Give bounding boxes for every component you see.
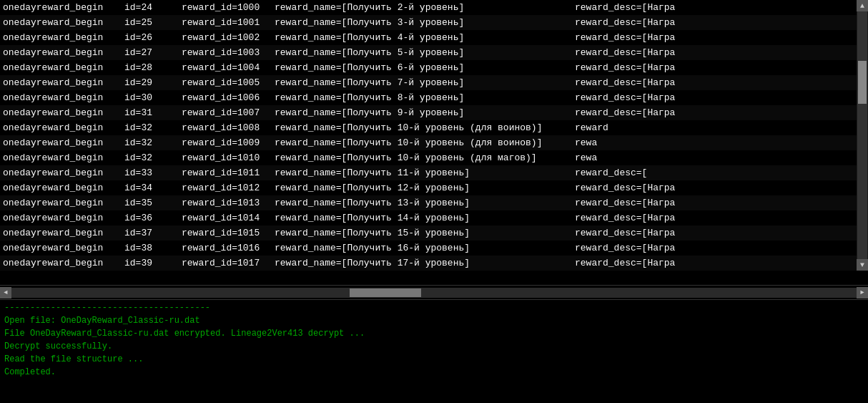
col-name: onedayreward_begin [3,198,124,208]
col-id: id=37 [124,228,182,238]
col-reward-id: reward_id=1017 [182,258,275,268]
col-reward-id: reward_id=1000 [182,2,275,13]
table-row: onedayreward_beginid=27reward_id=1003rew… [0,45,857,60]
col-reward-id: reward_id=1009 [182,137,275,148]
col-reward-desc: rewa [575,152,854,163]
table-row: onedayreward_beginid=28reward_id=1004rew… [0,60,857,75]
col-reward-name: reward_name=[Получить 10-й уровень (для … [275,122,575,133]
col-reward-id: reward_id=1010 [182,152,275,163]
col-reward-desc: reward_desc=[Награ [575,243,854,253]
col-name: onedayreward_begin [3,107,124,118]
col-reward-id: reward_id=1015 [182,228,275,238]
table-row: onedayreward_beginid=37reward_id=1015rew… [0,225,857,241]
col-reward-desc: reward_desc=[ [575,167,854,178]
table-row: onedayreward_beginid=30reward_id=1006rew… [0,90,857,105]
scroll-track-horizontal[interactable] [11,288,857,298]
log-line: File OneDayReward_Classic-ru.dat encrypt… [4,327,864,340]
table-row: onedayreward_beginid=35reward_id=1013rew… [0,195,857,210]
col-reward-desc: reward_desc=[Награ [575,107,854,118]
col-reward-desc: reward_desc=[Награ [575,183,854,193]
table-row: onedayreward_beginid=32reward_id=1010rew… [0,150,857,165]
col-reward-name: reward_name=[Получить 6-й уровень] [275,62,575,73]
col-id: id=38 [124,243,182,253]
col-id: id=32 [124,152,182,163]
table-inner: onedayreward_beginid=24reward_id=1000rew… [0,0,868,285]
col-reward-id: reward_id=1012 [182,183,275,193]
table-row: onedayreward_beginid=32reward_id=1009rew… [0,135,857,150]
table-row: onedayreward_beginid=38reward_id=1016rew… [0,241,857,256]
col-reward-name: reward_name=[Получить 10-й уровень (для … [275,137,575,148]
scroll-track-vertical[interactable] [857,11,867,259]
col-reward-desc: reward_desc=[Награ [575,2,854,13]
col-reward-desc: reward_desc=[Награ [575,228,854,238]
col-reward-id: reward_id=1016 [182,243,275,253]
col-reward-name: reward_name=[Получить 11-й уровень] [275,167,575,178]
col-reward-desc: reward_desc=[Награ [575,213,854,223]
vertical-scrollbar: ▲ ▼ [857,0,868,271]
col-reward-desc: reward_desc=[Награ [575,32,854,43]
col-reward-desc: reward_desc=[Награ [575,17,854,28]
scroll-down-button[interactable]: ▼ [857,259,868,271]
col-reward-id: reward_id=1002 [182,32,275,43]
col-id: id=32 [124,137,182,148]
col-reward-name: reward_name=[Получить 15-й уровень] [275,228,575,238]
table-row: onedayreward_beginid=25reward_id=1001rew… [0,15,857,30]
col-reward-desc: reward_desc=[Награ [575,47,854,58]
col-id: id=33 [124,167,182,178]
col-reward-name: reward_name=[Получить 2-й уровень] [275,2,575,13]
col-id: id=25 [124,17,182,28]
col-id: id=31 [124,107,182,118]
col-name: onedayreward_begin [3,32,124,43]
col-name: onedayreward_begin [3,62,124,73]
col-reward-name: reward_name=[Получить 13-й уровень] [275,198,575,208]
col-id: id=24 [124,2,182,13]
col-reward-desc: reward_desc=[Награ [575,77,854,88]
col-reward-id: reward_id=1014 [182,213,275,223]
col-name: onedayreward_begin [3,92,124,103]
table-row: onedayreward_beginid=33reward_id=1011rew… [0,165,857,180]
col-reward-id: reward_id=1013 [182,198,275,208]
col-reward-desc: reward_desc=[Награ [575,258,854,268]
scroll-right-button[interactable]: ► [857,287,868,298]
log-separator: ---------------------------------------- [4,303,864,313]
col-reward-id: reward_id=1003 [182,47,275,58]
scroll-up-button[interactable]: ▲ [857,0,868,11]
log-line: Read the file structure ... [4,353,864,366]
table-row: onedayreward_beginid=39reward_id=1017rew… [0,256,857,271]
main-container: onedayreward_beginid=24reward_id=1000rew… [0,0,868,403]
col-reward-id: reward_id=1011 [182,167,275,178]
col-id: id=28 [124,62,182,73]
scroll-thumb-vertical[interactable] [858,61,867,104]
log-line: Open file: OneDayReward_Classic-ru.dat [4,314,864,327]
table-row: onedayreward_beginid=31reward_id=1007rew… [0,105,857,120]
table-row: onedayreward_beginid=24reward_id=1000rew… [0,0,857,15]
log-line: Decrypt successfully. [4,340,864,353]
col-name: onedayreward_begin [3,122,124,133]
col-reward-desc: reward_desc=[Награ [575,198,854,208]
col-id: id=34 [124,183,182,193]
col-name: onedayreward_begin [3,183,124,193]
col-name: onedayreward_begin [3,258,124,268]
col-reward-id: reward_id=1005 [182,77,275,88]
col-id: id=30 [124,92,182,103]
col-reward-name: reward_name=[Получить 5-й уровень] [275,47,575,58]
col-name: onedayreward_begin [3,152,124,163]
col-name: onedayreward_begin [3,77,124,88]
col-name: onedayreward_begin [3,47,124,58]
scroll-left-button[interactable]: ◄ [0,287,11,298]
col-name: onedayreward_begin [3,2,124,13]
col-reward-name: reward_name=[Получить 12-й уровень] [275,183,575,193]
col-reward-id: reward_id=1004 [182,62,275,73]
col-name: onedayreward_begin [3,213,124,223]
col-name: onedayreward_begin [3,243,124,253]
scroll-thumb-horizontal[interactable] [350,288,421,297]
data-rows-container: onedayreward_beginid=24reward_id=1000rew… [0,0,857,271]
col-reward-name: reward_name=[Получить 10-й уровень (для … [275,152,575,163]
col-reward-desc: reward [575,122,854,133]
log-area: ----------------------------------------… [0,299,868,403]
col-reward-name: reward_name=[Получить 3-й уровень] [275,17,575,28]
log-line: Completed. [4,366,864,379]
table-row: onedayreward_beginid=26reward_id=1002rew… [0,30,857,45]
table-row: onedayreward_beginid=34reward_id=1012rew… [0,180,857,195]
col-reward-name: reward_name=[Получить 14-й уровень] [275,213,575,223]
